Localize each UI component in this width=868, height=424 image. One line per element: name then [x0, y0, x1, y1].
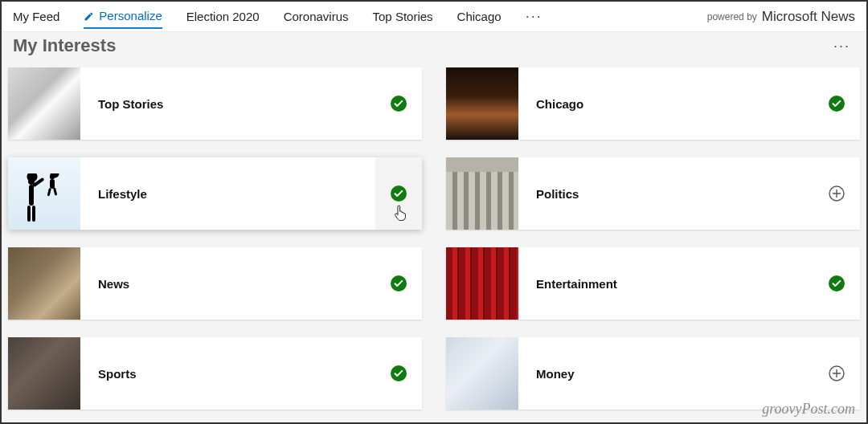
brand-label: Microsoft News	[762, 9, 855, 25]
check-circle-icon	[829, 96, 845, 112]
interest-label: Entertainment	[518, 277, 813, 291]
interest-card-politics[interactable]: Politics	[446, 157, 860, 230]
svg-rect-4	[27, 206, 31, 222]
plus-circle-icon	[829, 186, 845, 202]
interest-toggle[interactable]	[813, 67, 860, 140]
thumb-entertainment	[446, 247, 518, 320]
heading-row: My Interests ···	[8, 32, 860, 67]
plus-circle-icon	[829, 365, 845, 381]
svg-rect-3	[29, 185, 34, 206]
pencil-icon	[84, 10, 94, 21]
content-area: My Interests ··· Top Stories Chicago	[2, 32, 866, 422]
check-circle-icon	[391, 96, 407, 112]
thumb-sports	[8, 337, 80, 410]
thumb-news	[8, 247, 80, 320]
check-circle-icon	[391, 365, 407, 381]
interest-card-lifestyle[interactable]: Lifestyle	[8, 157, 422, 230]
tab-coronavirus[interactable]: Coronavirus	[284, 5, 349, 28]
check-circle-icon	[829, 275, 845, 292]
top-nav: My Feed Personalize Election 2020 Corona…	[2, 2, 866, 32]
interest-toggle[interactable]	[375, 67, 422, 140]
interest-label: Chicago	[518, 97, 813, 111]
powered-by-label: powered by	[707, 11, 757, 22]
tab-label: Top Stories	[373, 10, 433, 23]
tab-label: Election 2020	[186, 10, 260, 23]
interest-toggle[interactable]	[375, 247, 422, 320]
svg-point-2	[28, 178, 35, 185]
interest-grid: Top Stories Chicago Lifestyle	[8, 67, 860, 414]
thumb-money	[446, 337, 518, 410]
interest-label: News	[80, 277, 375, 291]
tab-label: My Feed	[13, 10, 59, 23]
interest-toggle[interactable]	[813, 247, 860, 320]
ellipsis-icon: ···	[526, 8, 542, 24]
interest-card-entertainment[interactable]: Entertainment	[446, 247, 860, 320]
tab-label: Chicago	[457, 10, 502, 23]
svg-rect-5	[32, 206, 35, 222]
thumb-top-stories	[8, 67, 80, 140]
interest-toggle[interactable]	[375, 157, 422, 230]
check-circle-icon	[391, 275, 407, 292]
interest-toggle[interactable]	[813, 157, 860, 230]
check-circle-icon	[391, 186, 407, 202]
interest-card-chicago[interactable]: Chicago	[446, 67, 860, 140]
tab-election-2020[interactable]: Election 2020	[186, 5, 260, 28]
interest-label: Money	[518, 367, 813, 381]
svg-point-7	[50, 174, 55, 179]
interest-card-money[interactable]: Money	[446, 337, 860, 410]
svg-rect-8	[50, 179, 55, 189]
interest-toggle[interactable]	[375, 337, 422, 410]
tab-top-stories[interactable]: Top Stories	[373, 5, 433, 28]
svg-rect-6	[32, 177, 44, 187]
thumb-lifestyle	[8, 157, 80, 230]
interest-label: Politics	[518, 187, 813, 201]
interest-card-top-stories[interactable]: Top Stories	[8, 67, 422, 140]
tab-my-feed[interactable]: My Feed	[13, 5, 59, 28]
interest-card-sports[interactable]: Sports	[8, 337, 422, 410]
tab-label: Coronavirus	[284, 10, 349, 23]
ellipsis-icon: ···	[833, 38, 850, 54]
interest-label: Top Stories	[80, 97, 375, 111]
interest-label: Lifestyle	[80, 187, 375, 201]
heading-more-button[interactable]: ···	[833, 38, 850, 55]
interest-card-news[interactable]: News	[8, 247, 422, 320]
thumb-politics	[446, 157, 518, 230]
interest-toggle[interactable]	[813, 337, 860, 410]
svg-rect-10	[53, 187, 57, 195]
page-title: My Interests	[13, 35, 116, 56]
tab-personalize[interactable]: Personalize	[84, 4, 162, 29]
svg-rect-9	[47, 188, 51, 196]
tab-more-icon[interactable]: ···	[526, 8, 542, 25]
tab-chicago[interactable]: Chicago	[457, 5, 502, 28]
thumb-chicago	[446, 67, 518, 140]
interest-label: Sports	[80, 367, 375, 381]
tab-label: Personalize	[99, 9, 162, 22]
